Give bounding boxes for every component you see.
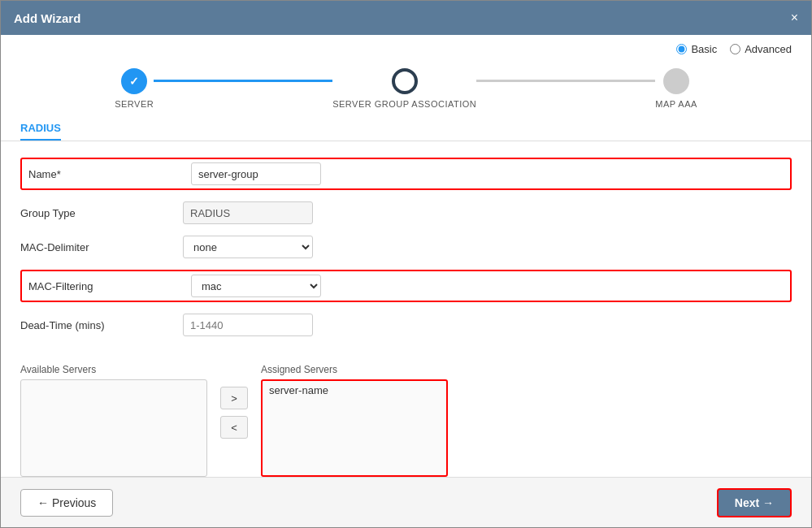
modal-footer: ← Previous Next → [1, 477, 811, 527]
step-server-label: SERVER [115, 99, 154, 109]
name-label: Name* [28, 168, 191, 180]
form-area: Name* Group Type MAC-Delimiter none colo… [1, 141, 811, 361]
step-line-2 [476, 80, 655, 82]
radio-basic[interactable]: Basic [676, 43, 717, 55]
arrow-buttons: > < [207, 387, 261, 439]
radio-group: Basic Advanced [676, 43, 792, 55]
step-map-aaa-label: MAP AAA [655, 99, 697, 109]
available-servers-label: Available Servers [20, 364, 207, 375]
previous-label: ← Previous [37, 496, 96, 509]
radio-advanced[interactable]: Advanced [730, 43, 792, 55]
assigned-server-item: server-name [263, 381, 446, 400]
mac-delimiter-row: MAC-Delimiter none colon hyphen dot [20, 236, 792, 258]
view-mode-bar: Basic Advanced [1, 35, 811, 55]
wizard-steps: ✓ SERVER SERVER GROUP ASSOCIATION MAP AA… [1, 55, 811, 117]
assigned-servers-wrapper: Assigned Servers server-name [261, 364, 448, 477]
assigned-servers-box[interactable]: server-name [261, 379, 448, 477]
next-button[interactable]: Next → [717, 488, 792, 517]
radio-advanced-label: Advanced [745, 43, 792, 55]
available-servers-box[interactable] [20, 379, 207, 477]
dead-time-row: Dead-Time (mins) [20, 314, 792, 336]
previous-button[interactable]: ← Previous [20, 489, 113, 517]
step-map-aaa: MAP AAA [655, 68, 697, 109]
step-sga-circle [392, 68, 418, 94]
name-input[interactable] [191, 162, 321, 185]
step-server: ✓ SERVER [115, 68, 154, 109]
step-container: ✓ SERVER SERVER GROUP ASSOCIATION MAP AA… [115, 68, 697, 109]
radio-basic-input[interactable] [676, 44, 687, 54]
section-tab: RADIUS [1, 117, 811, 141]
step-sga-label: SERVER GROUP ASSOCIATION [332, 99, 476, 109]
dead-time-label: Dead-Time (mins) [20, 319, 183, 331]
group-type-row: Group Type [20, 201, 792, 224]
close-button[interactable]: × [791, 11, 798, 25]
assigned-servers-label: Assigned Servers [261, 364, 448, 375]
mac-delimiter-label: MAC-Delimiter [20, 241, 183, 253]
step-sga: SERVER GROUP ASSOCIATION [332, 68, 476, 109]
name-row: Name* [20, 158, 792, 190]
group-type-label: Group Type [20, 207, 183, 219]
modal-header: Add Wizard × [1, 1, 811, 35]
step-map-aaa-circle [663, 68, 689, 94]
servers-section: Available Servers > < Assigned Servers s… [1, 364, 811, 477]
mac-filtering-select[interactable]: mac none filter [191, 275, 321, 297]
radio-advanced-input[interactable] [730, 44, 740, 54]
mac-filtering-label: MAC-Filtering [28, 280, 191, 292]
group-type-input [183, 201, 313, 224]
mac-filtering-row: MAC-Filtering mac none filter [20, 270, 792, 302]
step-server-circle: ✓ [121, 68, 147, 94]
available-servers-wrapper: Available Servers [20, 364, 207, 477]
section-tab-label: RADIUS [20, 122, 61, 141]
add-wizard-modal: Add Wizard × Basic Advanced ✓ [0, 0, 812, 528]
assign-button[interactable]: > [220, 387, 248, 409]
mac-delimiter-select[interactable]: none colon hyphen dot [183, 236, 313, 258]
remove-button[interactable]: < [220, 416, 248, 439]
modal-title: Add Wizard [14, 11, 80, 25]
step-line-1 [154, 80, 332, 82]
next-label: Next → [735, 496, 774, 509]
modal-body: Basic Advanced ✓ SERVER [1, 35, 811, 477]
dead-time-input[interactable] [183, 314, 313, 336]
radio-basic-label: Basic [691, 43, 717, 55]
